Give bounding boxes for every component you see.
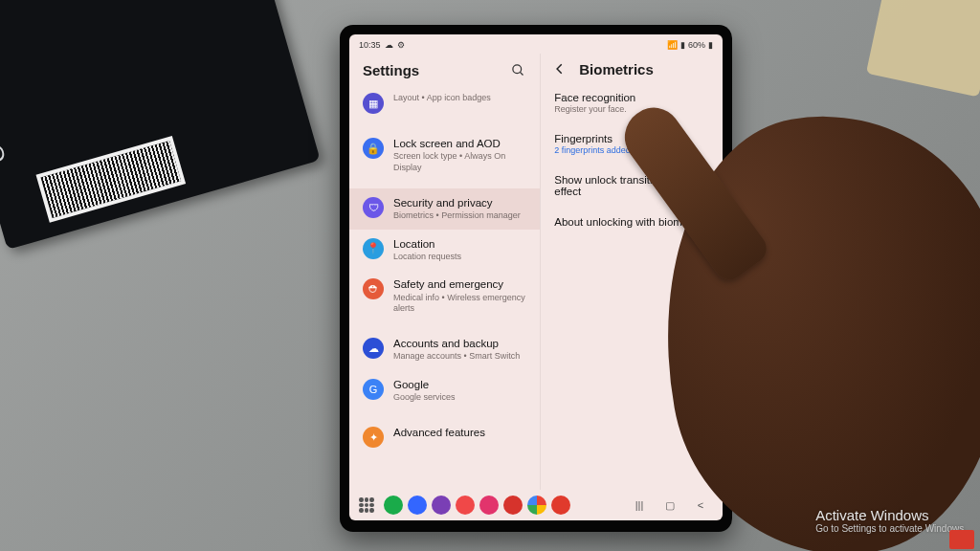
settings-list[interactable]: ▦Layout • App icon badges🔒Lock screen an… [349, 84, 540, 490]
dock-app-icon[interactable] [432, 496, 451, 515]
settings-item[interactable]: ▦Layout • App icon badges [349, 84, 540, 121]
settings-item-icon: ☁ [363, 338, 384, 359]
screen: 10:35 ☁ ⚙ 📶 ▮ 60% ▮ Settings ▦Layo [349, 34, 723, 520]
settings-item-icon: G [363, 379, 384, 400]
corner-logo [949, 530, 974, 549]
settings-item[interactable]: ✦Advanced features [349, 418, 540, 455]
dock-app-icon[interactable] [551, 496, 570, 515]
settings-header: Settings [349, 54, 540, 84]
settings-item-icon: 📍 [363, 238, 384, 259]
status-left: 10:35 ☁ ⚙ [359, 40, 405, 50]
settings-item-title: Safety and emergency [393, 277, 528, 291]
settings-item-sub: Layout • App icon badges [393, 93, 491, 103]
settings-item-title: Google [393, 378, 456, 391]
product-box-label: Galaxy Z Fold6 [0, 0, 11, 166]
status-time: 10:35 [359, 40, 381, 50]
svg-point-0 [513, 64, 522, 73]
settings-item-sub: Manage accounts • Smart Switch [393, 351, 520, 362]
dock-app-icon[interactable] [456, 496, 475, 515]
settings-item-sub: Biometrics • Permission manager [393, 210, 521, 221]
settings-item[interactable]: GGoogleGoogle services [349, 370, 540, 411]
settings-item-sub: Google services [393, 392, 456, 403]
search-button[interactable] [507, 59, 528, 80]
settings-item-title: Security and privacy [393, 196, 521, 209]
settings-title: Settings [363, 62, 419, 78]
battery-text: 60% [688, 40, 705, 50]
app-drawer-button[interactable] [359, 497, 374, 513]
nav-back[interactable]: < [688, 499, 713, 511]
dock-apps [384, 496, 570, 515]
detail-item-title: Face recognition [554, 92, 709, 103]
settings-item[interactable]: ⛑Safety and emergencyMedical info • Wire… [349, 270, 540, 321]
settings-item-sub: Location requests [393, 252, 461, 262]
settings-item-title: Advanced features [393, 426, 485, 439]
dock-app-icon[interactable] [527, 496, 546, 515]
settings-item-icon: 🛡 [363, 197, 384, 218]
search-icon [511, 63, 525, 77]
settings-item-icon: ✦ [363, 427, 384, 448]
status-weather-icon: ☁ [385, 40, 393, 50]
status-bar: 10:35 ☁ ⚙ 📶 ▮ 60% ▮ [349, 34, 723, 54]
settings-item-icon: ⛑ [363, 278, 384, 299]
dock-app-icon[interactable] [408, 496, 427, 515]
dock-app-icon[interactable] [503, 496, 523, 515]
battery-icon: ▮ [708, 40, 713, 50]
settings-item-icon: ▦ [363, 93, 384, 114]
settings-item[interactable]: 📍LocationLocation requests [349, 230, 540, 271]
status-right: 📶 ▮ 60% ▮ [667, 40, 713, 50]
nav-home[interactable]: ▢ [657, 499, 682, 512]
windows-watermark: Activate Windows Go to Settings to activ… [815, 507, 967, 534]
dock-app-icon[interactable] [479, 496, 499, 515]
settings-pane: Settings ▦Layout • App icon badges🔒Lock … [349, 54, 541, 490]
settings-item[interactable]: ☁Accounts and backupManage accounts • Sm… [349, 329, 540, 370]
wifi-icon: 📶 [667, 40, 678, 50]
signal-icon: ▮ [680, 40, 685, 50]
settings-item-sub: Screen lock type • Always On Display [393, 151, 528, 173]
dock-app-icon[interactable] [384, 496, 403, 515]
settings-item-icon: 🔒 [363, 138, 384, 159]
settings-item-title: Accounts and backup [393, 337, 520, 350]
nav-recents[interactable]: ||| [627, 499, 652, 511]
watermark-title: Activate Windows [815, 507, 967, 523]
settings-item[interactable]: 🛡Security and privacyBiometrics • Permis… [349, 188, 540, 230]
settings-item[interactable]: 🔒Lock screen and AODScreen lock type • A… [349, 129, 540, 181]
svg-line-1 [520, 72, 523, 75]
settings-item-title: Lock screen and AOD [393, 137, 528, 150]
chevron-left-icon [553, 62, 567, 76]
status-settings-icon: ⚙ [397, 40, 405, 50]
dock: ||| ▢ < [349, 490, 723, 520]
detail-title: Biometrics [579, 61, 654, 77]
settings-item-title: Location [393, 237, 461, 251]
settings-item-sub: Medical info • Wireless emergency alerts [393, 293, 528, 315]
back-button[interactable] [550, 59, 569, 78]
watermark-sub: Go to Settings to activate Windows. [815, 523, 967, 534]
detail-item-sub: Register your face. [554, 104, 709, 114]
detail-header: Biometrics [541, 54, 723, 82]
